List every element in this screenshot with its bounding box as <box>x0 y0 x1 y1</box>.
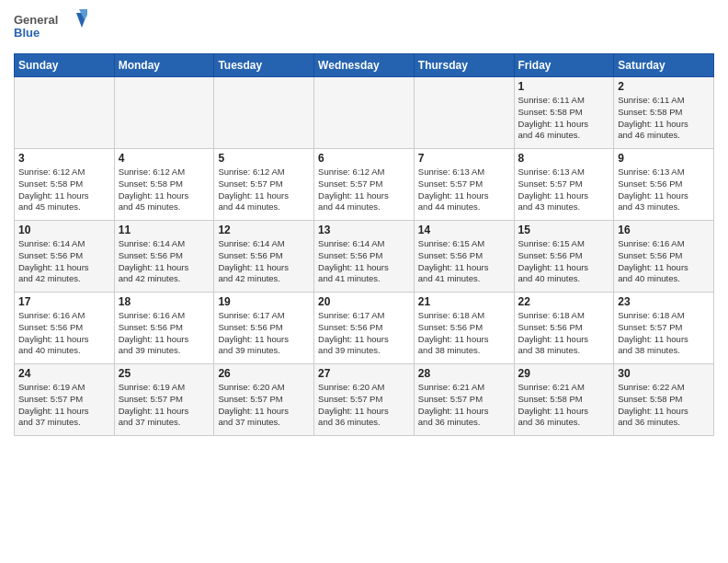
day-info: Sunrise: 6:19 AM Sunset: 5:57 PM Dayligh… <box>18 382 110 429</box>
week-row-1: 1Sunrise: 6:11 AM Sunset: 5:58 PM Daylig… <box>15 77 714 149</box>
day-info: Sunrise: 6:12 AM Sunset: 5:58 PM Dayligh… <box>119 167 210 213</box>
col-header-sunday: Sunday <box>15 54 115 77</box>
day-number: 22 <box>518 295 610 308</box>
day-cell: 20Sunrise: 6:17 AM Sunset: 5:56 PM Dayli… <box>314 293 415 364</box>
day-info: Sunrise: 6:14 AM Sunset: 5:56 PM Dayligh… <box>218 238 310 285</box>
day-info: Sunrise: 6:20 AM Sunset: 5:57 PM Dayligh… <box>318 382 410 429</box>
day-number: 11 <box>119 224 210 236</box>
day-info: Sunrise: 6:11 AM Sunset: 5:58 PM Dayligh… <box>618 95 710 142</box>
day-info: Sunrise: 6:14 AM Sunset: 5:56 PM Dayligh… <box>18 238 110 285</box>
day-number: 20 <box>318 295 410 308</box>
day-number: 21 <box>418 295 510 308</box>
day-cell: 21Sunrise: 6:18 AM Sunset: 5:56 PM Dayli… <box>414 293 514 364</box>
svg-text:Blue: Blue <box>14 26 40 40</box>
day-number: 12 <box>218 224 310 236</box>
day-number: 2 <box>618 80 710 93</box>
day-cell: 3Sunrise: 6:12 AM Sunset: 5:58 PM Daylig… <box>15 149 115 221</box>
day-info: Sunrise: 6:20 AM Sunset: 5:57 PM Dayligh… <box>218 382 310 429</box>
day-info: Sunrise: 6:19 AM Sunset: 5:57 PM Dayligh… <box>119 382 210 429</box>
day-info: Sunrise: 6:15 AM Sunset: 5:56 PM Dayligh… <box>418 238 510 285</box>
day-cell <box>414 77 514 149</box>
week-row-5: 24Sunrise: 6:19 AM Sunset: 5:57 PM Dayli… <box>15 364 714 436</box>
col-header-tuesday: Tuesday <box>214 54 314 77</box>
day-number: 6 <box>318 152 410 165</box>
day-cell <box>15 77 115 149</box>
day-cell: 15Sunrise: 6:15 AM Sunset: 5:56 PM Dayli… <box>514 221 614 293</box>
calendar-table: SundayMondayTuesdayWednesdayThursdayFrid… <box>14 53 714 436</box>
day-cell: 16Sunrise: 6:16 AM Sunset: 5:56 PM Dayli… <box>614 221 714 293</box>
day-cell: 19Sunrise: 6:17 AM Sunset: 5:56 PM Dayli… <box>214 293 314 364</box>
day-cell <box>314 77 415 149</box>
day-number: 19 <box>218 295 310 308</box>
day-cell <box>114 77 214 149</box>
day-cell: 12Sunrise: 6:14 AM Sunset: 5:56 PM Dayli… <box>214 221 314 293</box>
day-number: 14 <box>418 224 510 236</box>
col-header-thursday: Thursday <box>414 54 514 77</box>
day-cell: 11Sunrise: 6:14 AM Sunset: 5:56 PM Dayli… <box>114 221 214 293</box>
day-cell: 1Sunrise: 6:11 AM Sunset: 5:58 PM Daylig… <box>514 77 614 149</box>
logo-svg: General Blue <box>14 9 87 46</box>
day-cell: 6Sunrise: 6:12 AM Sunset: 5:57 PM Daylig… <box>314 149 415 221</box>
page-container: General Blue SundayMondayTuesdayWednesda… <box>0 0 728 445</box>
day-info: Sunrise: 6:16 AM Sunset: 5:56 PM Dayligh… <box>618 238 710 285</box>
day-cell: 4Sunrise: 6:12 AM Sunset: 5:58 PM Daylig… <box>114 149 214 221</box>
day-number: 30 <box>618 367 710 380</box>
day-number: 25 <box>119 367 210 380</box>
col-header-friday: Friday <box>514 54 614 77</box>
day-cell: 10Sunrise: 6:14 AM Sunset: 5:56 PM Dayli… <box>15 221 115 293</box>
day-number: 17 <box>18 295 110 308</box>
day-number: 15 <box>518 224 610 236</box>
day-cell: 28Sunrise: 6:21 AM Sunset: 5:57 PM Dayli… <box>414 364 514 436</box>
day-cell: 30Sunrise: 6:22 AM Sunset: 5:58 PM Dayli… <box>614 364 714 436</box>
day-info: Sunrise: 6:16 AM Sunset: 5:56 PM Dayligh… <box>119 310 210 357</box>
day-cell: 14Sunrise: 6:15 AM Sunset: 5:56 PM Dayli… <box>414 221 514 293</box>
day-number: 13 <box>318 224 410 236</box>
day-info: Sunrise: 6:18 AM Sunset: 5:56 PM Dayligh… <box>518 310 610 357</box>
day-number: 1 <box>518 80 610 93</box>
day-number: 5 <box>218 152 310 165</box>
day-number: 9 <box>618 152 710 165</box>
calendar-header-row: SundayMondayTuesdayWednesdayThursdayFrid… <box>15 54 714 77</box>
day-cell: 29Sunrise: 6:21 AM Sunset: 5:58 PM Dayli… <box>514 364 614 436</box>
day-cell: 24Sunrise: 6:19 AM Sunset: 5:57 PM Dayli… <box>15 364 115 436</box>
col-header-saturday: Saturday <box>614 54 714 77</box>
day-cell: 27Sunrise: 6:20 AM Sunset: 5:57 PM Dayli… <box>314 364 415 436</box>
day-number: 28 <box>418 367 510 380</box>
day-info: Sunrise: 6:12 AM Sunset: 5:57 PM Dayligh… <box>218 167 310 213</box>
day-info: Sunrise: 6:21 AM Sunset: 5:57 PM Dayligh… <box>418 382 510 429</box>
day-cell: 8Sunrise: 6:13 AM Sunset: 5:57 PM Daylig… <box>514 149 614 221</box>
day-cell: 5Sunrise: 6:12 AM Sunset: 5:57 PM Daylig… <box>214 149 314 221</box>
svg-text:General: General <box>14 13 58 27</box>
day-number: 3 <box>18 152 110 165</box>
day-info: Sunrise: 6:16 AM Sunset: 5:56 PM Dayligh… <box>18 310 110 357</box>
day-cell: 23Sunrise: 6:18 AM Sunset: 5:57 PM Dayli… <box>614 293 714 364</box>
day-info: Sunrise: 6:18 AM Sunset: 5:56 PM Dayligh… <box>418 310 510 357</box>
day-cell: 25Sunrise: 6:19 AM Sunset: 5:57 PM Dayli… <box>114 364 214 436</box>
day-cell: 9Sunrise: 6:13 AM Sunset: 5:56 PM Daylig… <box>614 149 714 221</box>
day-info: Sunrise: 6:15 AM Sunset: 5:56 PM Dayligh… <box>518 238 610 285</box>
day-info: Sunrise: 6:12 AM Sunset: 5:57 PM Dayligh… <box>318 167 410 213</box>
day-number: 26 <box>218 367 310 380</box>
day-cell: 18Sunrise: 6:16 AM Sunset: 5:56 PM Dayli… <box>114 293 214 364</box>
day-number: 29 <box>518 367 610 380</box>
day-number: 8 <box>518 152 610 165</box>
day-info: Sunrise: 6:12 AM Sunset: 5:58 PM Dayligh… <box>18 167 110 213</box>
col-header-monday: Monday <box>114 54 214 77</box>
day-number: 16 <box>618 224 710 236</box>
day-info: Sunrise: 6:21 AM Sunset: 5:58 PM Dayligh… <box>518 382 610 429</box>
header: General Blue <box>14 9 714 46</box>
day-number: 23 <box>618 295 710 308</box>
day-number: 24 <box>18 367 110 380</box>
day-number: 27 <box>318 367 410 380</box>
col-header-wednesday: Wednesday <box>314 54 415 77</box>
logo: General Blue <box>14 9 87 46</box>
day-info: Sunrise: 6:14 AM Sunset: 5:56 PM Dayligh… <box>119 238 210 285</box>
day-cell <box>214 77 314 149</box>
day-number: 18 <box>119 295 210 308</box>
day-number: 10 <box>18 224 110 236</box>
day-cell: 2Sunrise: 6:11 AM Sunset: 5:58 PM Daylig… <box>614 77 714 149</box>
week-row-4: 17Sunrise: 6:16 AM Sunset: 5:56 PM Dayli… <box>15 293 714 364</box>
day-info: Sunrise: 6:13 AM Sunset: 5:57 PM Dayligh… <box>418 167 510 213</box>
day-info: Sunrise: 6:13 AM Sunset: 5:57 PM Dayligh… <box>518 167 610 213</box>
day-cell: 17Sunrise: 6:16 AM Sunset: 5:56 PM Dayli… <box>15 293 115 364</box>
